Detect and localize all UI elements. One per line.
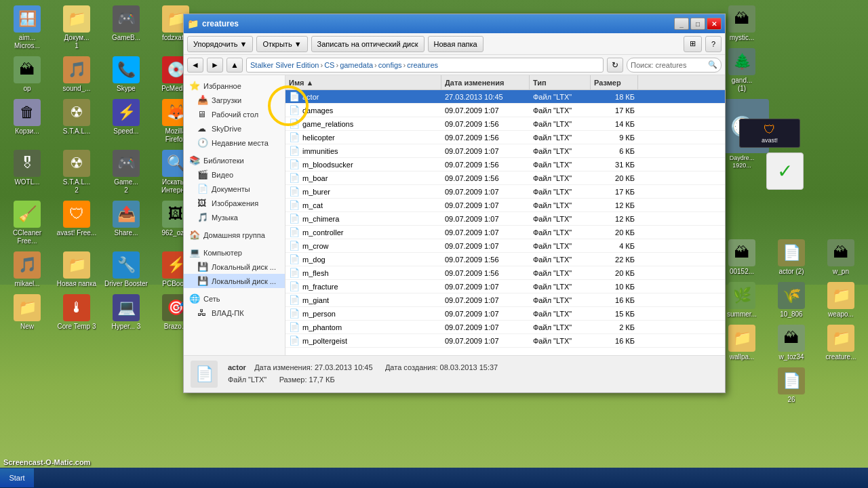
close-button[interactable]: ✕ [707, 18, 722, 30]
desktop-icon-gameb[interactable]: 🎮 GameB... [102, 3, 150, 52]
path-configs[interactable]: configs [378, 61, 402, 69]
col-header-name[interactable]: Имя ▲ [285, 75, 441, 89]
col-header-date[interactable]: Дата изменения [441, 75, 530, 89]
desktop-icon-skype[interactable]: 📞 Skype [102, 54, 150, 95]
desktop-icon-coretemp[interactable]: 🌡 Core Temp 3 [53, 292, 100, 333]
nav-libraries[interactable]: 📚 Библиотеки [184, 153, 285, 167]
nav-network[interactable]: 🌐 Сеть [184, 291, 285, 306]
desktop-icon-avast[interactable]: 🛡 avast! Free... [53, 199, 100, 247]
nav-downloads[interactable]: 📥 Загрузки [184, 93, 285, 107]
desktop-icon-weapo[interactable]: 📁 weapo... [817, 280, 865, 321]
up-button[interactable]: ▲ [226, 58, 243, 73]
desktop-icon-sound[interactable]: 🎵 sound_... [53, 54, 100, 95]
desktop-icon-aim[interactable]: 🪟 aim...Micros... [3, 3, 51, 52]
maximize-button[interactable]: □ [690, 18, 705, 30]
search-box[interactable]: Поиск: creatures 🔍 [627, 58, 722, 73]
path-gamedata[interactable]: gamedata [340, 61, 373, 69]
nav-music[interactable]: 🎵 Музыка [184, 210, 285, 224]
nav-disk-d[interactable]: 💾 Локальный диск ... [184, 274, 285, 288]
table-row[interactable]: 📄 damages 09.07.2009 1:07 Файл "LTX" 17 … [285, 104, 725, 117]
desktop-icon-10806[interactable]: 🌾 10_806 [768, 280, 815, 321]
table-row[interactable]: 📄 m_cat 09.07.2009 1:07 Файл "LTX" 12 КБ [285, 199, 725, 212]
forward-button[interactable]: ► [207, 58, 223, 73]
file-type: Файл "LTX" [530, 256, 591, 264]
table-row[interactable]: 📄 m_flesh 09.07.2009 1:56 Файл "LTX" 20 … [285, 266, 725, 280]
search-icon[interactable]: 🔍 [708, 60, 717, 69]
desktop-icon-mikael[interactable]: 🎵 mikael... [3, 249, 51, 290]
desktop-icon-share[interactable]: 📤 Share... [102, 199, 150, 247]
nav-vladpc[interactable]: 🖧 ВЛАД-ПК [184, 306, 285, 320]
desktop-icon-wotl[interactable]: 🎖 WOTL... [3, 148, 51, 197]
nav-recent[interactable]: 🕐 Недавние места [184, 136, 285, 150]
desktop-icon-docs[interactable]: 📁 Докум...1 [53, 3, 100, 52]
table-row[interactable]: 📄 m_burer 09.07.2009 1:07 Файл "LTX" 17 … [285, 185, 725, 199]
nav-video[interactable]: 🎬 Видео [184, 167, 285, 182]
desktop-icon-wtoz34[interactable]: 🏔 w_toz34 [768, 323, 815, 363]
desktop-icon-actor2[interactable]: 📄 actor (2) [768, 237, 815, 278]
desktop-icon-new[interactable]: 📁 New [3, 292, 51, 333]
table-row[interactable]: 📄 m_phantom 09.07.2009 1:07 Файл "LTX" 2… [285, 321, 725, 334]
nav-favorites[interactable]: ⭐ Избранное [184, 79, 285, 93]
table-row[interactable]: 📄 m_boar 09.07.2009 1:56 Файл "LTX" 20 К… [285, 171, 725, 185]
file-type: Файл "LTX" [530, 134, 591, 142]
nav-disk-c[interactable]: 💾 Локальный диск ... [184, 260, 285, 274]
desktop-icon-new-folder[interactable]: 📁 Новая папка [53, 249, 100, 290]
view-button[interactable]: ⊞ [684, 36, 702, 52]
start-button[interactable]: Start [0, 468, 34, 487]
desktop-icon-stalker2[interactable]: ☢ S.T.A.L...2 [53, 148, 100, 197]
desktop-icon-creature[interactable]: 📁 creature... [817, 323, 865, 363]
path-creatures[interactable]: creatures [407, 61, 438, 69]
open-button[interactable]: Открыть ▼ [256, 36, 307, 52]
nav-images-label: Изображения [212, 199, 258, 207]
desktop-icon-op[interactable]: 🏔 op [3, 54, 51, 95]
file-date: 09.07.2009 1:07 [441, 188, 530, 196]
table-row[interactable]: 📄 m_controller 09.07.2009 1:07 Файл "LTX… [285, 226, 725, 239]
col-header-size[interactable]: Размер [591, 75, 638, 89]
organize-button[interactable]: Упорядочить ▼ [187, 36, 253, 52]
table-row[interactable]: 📄 m_chimera 09.07.2009 1:07 Файл "LTX" 1… [285, 212, 725, 226]
nav-homegroup[interactable]: 🏠 Домашняя группа [184, 228, 285, 242]
desktop-icon-speed[interactable]: ⚡ Speed... [102, 97, 150, 146]
col-header-type[interactable]: Тип [530, 75, 591, 89]
table-row[interactable]: 📄 m_poltergeist 09.07.2009 1:07 Файл "LT… [285, 334, 725, 348]
cloud-icon: ☁ [197, 123, 208, 134]
table-row[interactable]: 📄 immunities 09.07.2009 1:07 Файл "LTX" … [285, 144, 725, 158]
table-row[interactable]: 📄 m_bloodsucker 09.07.2009 1:56 Файл "LT… [285, 158, 725, 171]
file-type: Файл "LTX" [530, 161, 591, 169]
path-cs[interactable]: CS [324, 61, 334, 69]
desktop-icon-stalker1[interactable]: ☢ S.T.A.L... [53, 97, 100, 146]
burn-button[interactable]: Записать на оптический диск [311, 36, 425, 52]
nav-documents[interactable]: 📄 Документы [184, 182, 285, 196]
desktop-icon-hyper[interactable]: 💻 Hyper... 3 [102, 292, 150, 333]
help-button[interactable]: ? [705, 36, 722, 52]
path-stalker[interactable]: Stalker Silver Edition [250, 61, 319, 69]
nav-desktop[interactable]: 🖥 Рабочий стол [184, 107, 285, 121]
nav-skydrive[interactable]: ☁ SkyDrive [184, 121, 285, 136]
address-path[interactable]: Stalker Silver Edition › CS › gamedata ›… [246, 58, 604, 73]
back-button[interactable]: ◄ [187, 58, 203, 73]
file-name: m_fracture [302, 283, 338, 291]
desktop-icon-driver[interactable]: 🔧 Driver Booster [102, 249, 150, 290]
refresh-button[interactable]: ↻ [607, 58, 623, 73]
nav-libraries-label: Библиотеки [203, 157, 244, 165]
table-row[interactable]: 📄 m_dog 09.07.2009 1:56 Файл "LTX" 22 КБ [285, 253, 725, 266]
desktop-icon-ccleaner[interactable]: 🧹 CCleaner Free... [3, 199, 51, 247]
new-folder-button[interactable]: Новая папка [428, 36, 484, 52]
desktop-icon-recycle[interactable]: 🗑 Корзи... [3, 97, 51, 146]
table-row[interactable]: 📄 helicopter 09.07.2009 1:56 Файл "LTX" … [285, 131, 725, 144]
desktop-icon-game2[interactable]: 🎮 Game...2 [102, 148, 150, 197]
table-row[interactable]: 📄 game_relations 09.07.2009 1:56 Файл "L… [285, 117, 725, 131]
table-row[interactable]: 📄 m_crow 09.07.2009 1:07 Файл "LTX" 4 КБ [285, 239, 725, 253]
taskbar[interactable]: Start [0, 468, 868, 488]
file-size: 20 КБ [591, 228, 638, 237]
table-row[interactable]: 📄 actor 27.03.2013 10:45 Файл "LTX" 18 К… [285, 90, 725, 104]
table-row[interactable]: 📄 m_giant 09.07.2009 1:07 Файл "LTX" 16 … [285, 293, 725, 307]
desktop-icon-wpn[interactable]: 🏔 w_pn [817, 237, 865, 278]
file-size: 22 КБ [591, 256, 638, 264]
nav-computer[interactable]: 💻 Компьютер [184, 245, 285, 260]
desktop-icon-26[interactable]: 📄 26 [768, 365, 815, 406]
table-row[interactable]: 📄 m_person 09.07.2009 1:07 Файл "LTX" 15… [285, 307, 725, 321]
minimize-button[interactable]: _ [674, 18, 689, 30]
table-row[interactable]: 📄 m_fracture 09.07.2009 1:07 Файл "LTX" … [285, 280, 725, 293]
nav-images[interactable]: 🖼 Изображения [184, 196, 285, 210]
